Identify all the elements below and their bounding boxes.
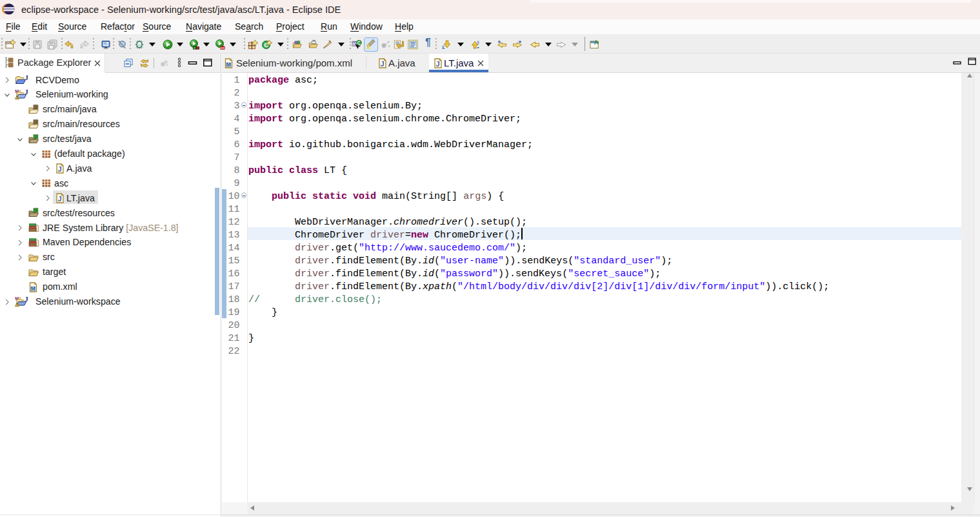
svg-text:M: M [226, 61, 231, 68]
svg-text:M: M [31, 285, 35, 291]
svg-text:J: J [57, 195, 61, 203]
svg-text:J: J [25, 75, 28, 81]
svg-text:J: J [380, 60, 384, 68]
svg-text:!: ! [17, 96, 18, 99]
svg-text:!: ! [17, 303, 18, 307]
svg-text:J: J [57, 165, 61, 173]
svg-text:J: J [435, 60, 439, 68]
